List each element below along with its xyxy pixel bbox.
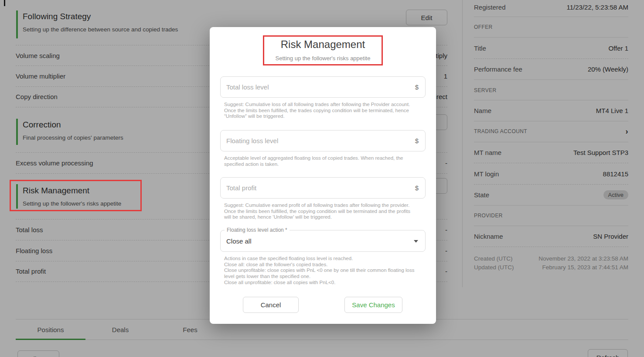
total-profit-field: $	[220, 177, 426, 199]
select-label: Floating loss level action *	[225, 227, 290, 233]
help-line: Actions in case the specified floating l…	[224, 256, 416, 262]
floating-loss-help-text: Acceptable level of aggregated floating …	[224, 155, 412, 167]
dropdown-caret-icon	[414, 240, 418, 243]
total-loss-help-text: Suggest: Cumulative loss of all followin…	[224, 102, 412, 120]
currency-suffix: $	[415, 83, 425, 91]
total-profit-help-text: Suggest: Cumulative earned profit of all…	[224, 203, 412, 220]
total-loss-level-field: $	[220, 76, 426, 98]
action-help-text: Actions in case the specified floating l…	[224, 256, 416, 286]
help-line: Close unprofitable: close copies with Pn…	[224, 268, 416, 279]
floating-loss-level-field: $	[220, 130, 426, 151]
currency-suffix: $	[415, 137, 425, 144]
total-loss-level-input[interactable]	[221, 83, 415, 91]
risk-management-dialog: Risk Management Setting up the follower'…	[210, 27, 436, 324]
help-line: Close all: close all the follower's copi…	[224, 262, 416, 268]
total-profit-input[interactable]	[221, 184, 415, 192]
floating-loss-level-input[interactable]	[221, 137, 415, 144]
cancel-button[interactable]: Cancel	[243, 297, 299, 313]
select-value: Close all	[226, 237, 252, 245]
floating-loss-action-select[interactable]: Floating loss level action * Close all	[220, 230, 426, 252]
help-line: Close all unprofitable: close all copies…	[224, 280, 416, 286]
save-changes-button[interactable]: Save Changes	[344, 297, 402, 313]
annotation-box-dialog-title	[263, 35, 383, 65]
copy-trading-settings-page: Following Strategy Setting up the differ…	[0, 0, 644, 357]
currency-suffix: $	[415, 184, 425, 192]
annotation-box-risk-management-section	[10, 180, 142, 211]
